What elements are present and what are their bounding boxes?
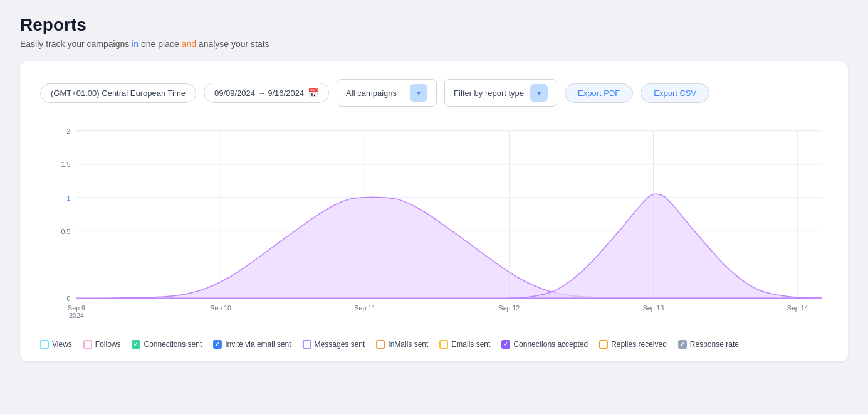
chart-legend: ViewsFollowsConnections sentInvite via e… [40, 335, 828, 349]
legend-item-invite-via-email-sent[interactable]: Invite via email sent [213, 340, 291, 349]
svg-text:Sep 14: Sep 14 [787, 304, 808, 312]
legend-item-views[interactable]: Views [40, 340, 72, 349]
campaigns-label: All campaigns [346, 88, 397, 98]
legend-checkbox-8 [599, 340, 608, 349]
legend-item-response-rate[interactable]: Response rate [678, 340, 739, 349]
legend-checkbox-6 [439, 340, 448, 349]
legend-label-4: Messages sent [315, 340, 365, 349]
legend-item-replies-received[interactable]: Replies received [599, 340, 667, 349]
timezone-button[interactable]: (GMT+01:00) Central European Time [40, 83, 196, 103]
legend-label-8: Replies received [611, 340, 667, 349]
legend-label-9: Response rate [690, 340, 739, 349]
legend-checkbox-4 [303, 340, 311, 349]
export-csv-button[interactable]: Export CSV [641, 83, 709, 103]
legend-label-2: Connections sent [144, 340, 202, 349]
svg-text:Sep 9: Sep 9 [68, 304, 85, 312]
legend-checkbox-9 [678, 340, 687, 349]
date-range-label: 09/09/2024 → 9/16/2024 [214, 88, 304, 98]
campaigns-dropdown-arrow: ▼ [410, 84, 427, 102]
filter-select[interactable]: Filter by report type ▼ [444, 79, 557, 107]
svg-text:1: 1 [66, 194, 70, 202]
legend-label-3: Invite via email sent [225, 340, 291, 349]
page-title: Reports [20, 15, 848, 35]
svg-text:Sep 12: Sep 12 [499, 304, 520, 312]
chart-svg: 2 1.5 1 0.5 0 Sep 9 2024 Sep 10 Sep 11 S… [40, 124, 828, 325]
legend-item-emails-sent[interactable]: Emails sent [439, 340, 490, 349]
legend-checkbox-7 [501, 340, 510, 349]
page-subtitle: Easily track your campaigns in one place… [20, 39, 848, 49]
svg-text:Sep 13: Sep 13 [643, 304, 664, 312]
legend-label-6: Emails sent [451, 340, 490, 349]
legend-label-0: Views [52, 340, 72, 349]
legend-checkbox-2 [132, 340, 140, 349]
calendar-icon: 📅 [308, 88, 318, 98]
filter-dropdown-arrow: ▼ [530, 84, 548, 102]
svg-text:1.5: 1.5 [61, 161, 71, 169]
legend-checkbox-0 [40, 340, 49, 349]
filter-label: Filter by report type [454, 88, 524, 98]
chart-area: 2 1.5 1 0.5 0 Sep 9 2024 Sep 10 Sep 11 S… [40, 124, 828, 325]
legend-checkbox-3 [213, 340, 222, 349]
reports-card: (GMT+01:00) Central European Time 09/09/… [20, 61, 848, 361]
legend-item-inmails-sent[interactable]: InMails sent [376, 340, 428, 349]
campaigns-select[interactable]: All campaigns ▼ [337, 79, 437, 107]
svg-text:0.5: 0.5 [61, 227, 71, 235]
legend-checkbox-5 [376, 340, 385, 349]
legend-item-follows[interactable]: Follows [83, 340, 121, 349]
svg-text:Sep 10: Sep 10 [210, 304, 231, 312]
svg-text:2024: 2024 [69, 312, 84, 320]
svg-text:0: 0 [66, 294, 70, 302]
legend-item-connections-accepted[interactable]: Connections accepted [501, 340, 588, 349]
date-range-button[interactable]: 09/09/2024 → 9/16/2024 📅 [204, 83, 329, 103]
legend-item-messages-sent[interactable]: Messages sent [303, 340, 365, 349]
legend-label-5: InMails sent [388, 340, 428, 349]
svg-text:Sep 11: Sep 11 [354, 304, 375, 312]
legend-label-7: Connections accepted [513, 340, 588, 349]
svg-text:2: 2 [66, 127, 70, 135]
legend-item-connections-sent[interactable]: Connections sent [132, 340, 202, 349]
toolbar: (GMT+01:00) Central European Time 09/09/… [40, 79, 828, 107]
timezone-label: (GMT+01:00) Central European Time [51, 88, 186, 98]
export-pdf-button[interactable]: Export PDF [565, 83, 633, 103]
legend-checkbox-1 [83, 340, 92, 349]
legend-label-1: Follows [95, 340, 121, 349]
